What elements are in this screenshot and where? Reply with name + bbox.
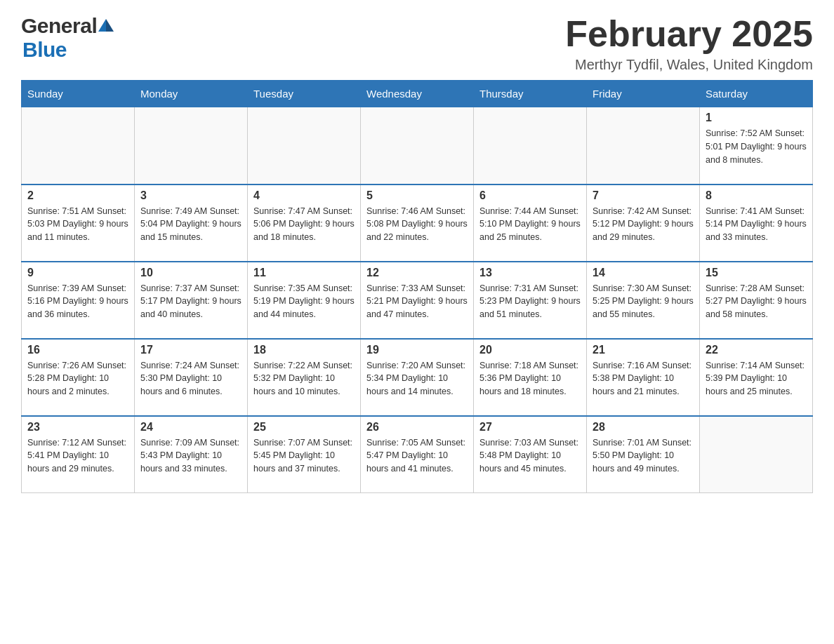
calendar-cell: 5Sunrise: 7:46 AM Sunset: 5:08 PM Daylig…: [361, 185, 474, 262]
day-number: 27: [479, 421, 581, 434]
day-number: 5: [366, 189, 468, 202]
day-header-saturday: Saturday: [700, 81, 813, 107]
day-number: 9: [27, 267, 128, 279]
calendar-cell: [22, 107, 135, 185]
day-info: Sunrise: 7:37 AM Sunset: 5:17 PM Dayligh…: [140, 282, 241, 321]
calendar-cell: 28Sunrise: 7:01 AM Sunset: 5:50 PM Dayli…: [587, 416, 700, 493]
day-number: 21: [593, 344, 694, 356]
day-info: Sunrise: 7:31 AM Sunset: 5:23 PM Dayligh…: [479, 282, 581, 321]
day-number: 2: [27, 189, 128, 202]
day-number: 4: [253, 189, 355, 202]
calendar-cell: [135, 107, 248, 185]
logo-arrows: [98, 20, 114, 32]
day-number: 19: [366, 344, 468, 356]
calendar-cell: 11Sunrise: 7:35 AM Sunset: 5:19 PM Dayli…: [248, 262, 361, 339]
day-number: 17: [140, 344, 241, 356]
day-info: Sunrise: 7:24 AM Sunset: 5:30 PM Dayligh…: [140, 359, 241, 398]
day-number: 8: [706, 189, 807, 202]
day-info: Sunrise: 7:12 AM Sunset: 5:41 PM Dayligh…: [27, 436, 128, 476]
calendar-subtitle: Merthyr Tydfil, Wales, United Kingdom: [565, 57, 813, 73]
day-number: 13: [479, 267, 581, 279]
logo-blue-text: Blue: [22, 38, 67, 62]
title-section: February 2025 Merthyr Tydfil, Wales, Uni…: [565, 14, 813, 73]
calendar-table: SundayMondayTuesdayWednesdayThursdayFrid…: [21, 80, 813, 493]
calendar-cell: [700, 416, 813, 493]
day-info: Sunrise: 7:51 AM Sunset: 5:03 PM Dayligh…: [27, 205, 128, 244]
day-info: Sunrise: 7:09 AM Sunset: 5:43 PM Dayligh…: [140, 436, 241, 476]
day-info: Sunrise: 7:20 AM Sunset: 5:34 PM Dayligh…: [366, 359, 468, 398]
day-info: Sunrise: 7:18 AM Sunset: 5:36 PM Dayligh…: [479, 359, 581, 398]
day-number: 1: [706, 112, 807, 124]
calendar-cell: 3Sunrise: 7:49 AM Sunset: 5:04 PM Daylig…: [135, 185, 248, 262]
day-number: 25: [253, 421, 355, 434]
day-info: Sunrise: 7:35 AM Sunset: 5:19 PM Dayligh…: [253, 282, 355, 321]
day-header-friday: Friday: [587, 81, 700, 107]
calendar-cell: 9Sunrise: 7:39 AM Sunset: 5:16 PM Daylig…: [22, 262, 135, 339]
day-info: Sunrise: 7:26 AM Sunset: 5:28 PM Dayligh…: [27, 359, 128, 398]
day-info: Sunrise: 7:07 AM Sunset: 5:45 PM Dayligh…: [253, 436, 355, 476]
calendar-cell: 7Sunrise: 7:42 AM Sunset: 5:12 PM Daylig…: [587, 185, 700, 262]
day-header-monday: Monday: [135, 81, 248, 107]
day-info: Sunrise: 7:41 AM Sunset: 5:14 PM Dayligh…: [706, 205, 807, 244]
day-info: Sunrise: 7:14 AM Sunset: 5:39 PM Dayligh…: [706, 359, 807, 398]
calendar-cell: [587, 107, 700, 185]
calendar-cell: 26Sunrise: 7:05 AM Sunset: 5:47 PM Dayli…: [361, 416, 474, 493]
calendar-cell: 1Sunrise: 7:52 AM Sunset: 5:01 PM Daylig…: [700, 107, 813, 185]
calendar-cell: 13Sunrise: 7:31 AM Sunset: 5:23 PM Dayli…: [474, 262, 587, 339]
calendar-cell: 18Sunrise: 7:22 AM Sunset: 5:32 PM Dayli…: [248, 339, 361, 416]
calendar-cell: 23Sunrise: 7:12 AM Sunset: 5:41 PM Dayli…: [22, 416, 135, 493]
calendar-cell: 27Sunrise: 7:03 AM Sunset: 5:48 PM Dayli…: [474, 416, 587, 493]
calendar-week-row: 2Sunrise: 7:51 AM Sunset: 5:03 PM Daylig…: [22, 185, 813, 262]
calendar-cell: 25Sunrise: 7:07 AM Sunset: 5:45 PM Dayli…: [248, 416, 361, 493]
day-info: Sunrise: 7:39 AM Sunset: 5:16 PM Dayligh…: [27, 282, 128, 321]
day-header-tuesday: Tuesday: [248, 81, 361, 107]
day-info: Sunrise: 7:46 AM Sunset: 5:08 PM Dayligh…: [366, 205, 468, 244]
day-number: 6: [479, 189, 581, 202]
day-number: 20: [479, 344, 581, 356]
calendar-cell: 12Sunrise: 7:33 AM Sunset: 5:21 PM Dayli…: [361, 262, 474, 339]
day-number: 26: [366, 421, 468, 434]
logo-arrow-dark: [106, 19, 114, 32]
calendar-cell: 17Sunrise: 7:24 AM Sunset: 5:30 PM Dayli…: [135, 339, 248, 416]
day-header-sunday: Sunday: [22, 81, 135, 107]
calendar-week-row: 9Sunrise: 7:39 AM Sunset: 5:16 PM Daylig…: [22, 262, 813, 339]
page-header: General Blue February 2025 Merthyr Tydfi…: [21, 14, 813, 73]
calendar-cell: 21Sunrise: 7:16 AM Sunset: 5:38 PM Dayli…: [587, 339, 700, 416]
calendar-title: February 2025: [565, 14, 813, 54]
calendar-header-row: SundayMondayTuesdayWednesdayThursdayFrid…: [22, 81, 813, 107]
day-header-thursday: Thursday: [474, 81, 587, 107]
day-number: 12: [366, 267, 468, 279]
day-number: 24: [140, 421, 241, 434]
calendar-cell: 4Sunrise: 7:47 AM Sunset: 5:06 PM Daylig…: [248, 185, 361, 262]
calendar-week-row: 1Sunrise: 7:52 AM Sunset: 5:01 PM Daylig…: [22, 107, 813, 185]
day-info: Sunrise: 7:42 AM Sunset: 5:12 PM Dayligh…: [593, 205, 694, 244]
calendar-cell: [248, 107, 361, 185]
day-info: Sunrise: 7:49 AM Sunset: 5:04 PM Dayligh…: [140, 205, 241, 244]
day-number: 22: [706, 344, 807, 356]
calendar-cell: 20Sunrise: 7:18 AM Sunset: 5:36 PM Dayli…: [474, 339, 587, 416]
day-info: Sunrise: 7:30 AM Sunset: 5:25 PM Dayligh…: [593, 282, 694, 321]
day-info: Sunrise: 7:01 AM Sunset: 5:50 PM Dayligh…: [593, 436, 694, 476]
logo-general-text: General: [21, 14, 97, 38]
day-info: Sunrise: 7:22 AM Sunset: 5:32 PM Dayligh…: [253, 359, 355, 398]
day-number: 28: [593, 421, 694, 434]
day-number: 14: [593, 267, 694, 279]
day-info: Sunrise: 7:03 AM Sunset: 5:48 PM Dayligh…: [479, 436, 581, 476]
day-number: 3: [140, 189, 241, 202]
day-number: 10: [140, 267, 241, 279]
calendar-cell: 6Sunrise: 7:44 AM Sunset: 5:10 PM Daylig…: [474, 185, 587, 262]
calendar-cell: 19Sunrise: 7:20 AM Sunset: 5:34 PM Dayli…: [361, 339, 474, 416]
day-info: Sunrise: 7:33 AM Sunset: 5:21 PM Dayligh…: [366, 282, 468, 321]
day-number: 18: [253, 344, 355, 356]
calendar-cell: 10Sunrise: 7:37 AM Sunset: 5:17 PM Dayli…: [135, 262, 248, 339]
day-number: 23: [27, 421, 128, 434]
day-info: Sunrise: 7:28 AM Sunset: 5:27 PM Dayligh…: [706, 282, 807, 321]
calendar-cell: 14Sunrise: 7:30 AM Sunset: 5:25 PM Dayli…: [587, 262, 700, 339]
calendar-cell: [361, 107, 474, 185]
day-header-wednesday: Wednesday: [361, 81, 474, 107]
logo: General Blue: [21, 14, 114, 62]
calendar-cell: 24Sunrise: 7:09 AM Sunset: 5:43 PM Dayli…: [135, 416, 248, 493]
day-info: Sunrise: 7:44 AM Sunset: 5:10 PM Dayligh…: [479, 205, 581, 244]
calendar-cell: 22Sunrise: 7:14 AM Sunset: 5:39 PM Dayli…: [700, 339, 813, 416]
day-number: 16: [27, 344, 128, 356]
